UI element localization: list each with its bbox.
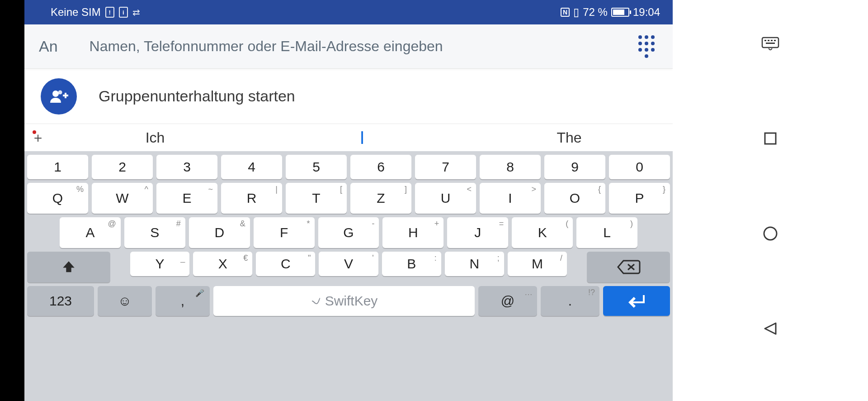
key-5[interactable]: 5	[286, 155, 347, 179]
key-6[interactable]: 6	[350, 155, 411, 179]
key-w[interactable]: W^	[92, 183, 153, 214]
key-secondary: )	[630, 219, 633, 229]
battery-icon	[611, 8, 629, 17]
key-p[interactable]: P}	[609, 183, 670, 214]
key-m[interactable]: M/	[508, 252, 567, 276]
qwerty-row-2: A@S#D&F*G-H+J=K(L)	[27, 217, 670, 248]
data-transfer-icon: ⇄	[132, 7, 140, 18]
suggestion-1[interactable]: Ich	[52, 129, 259, 146]
status-bar: Keine SIM ! i ⇄ N ▯ 72 % 19:04	[24, 0, 673, 24]
key-h[interactable]: H+	[382, 217, 443, 248]
key-i[interactable]: I>	[480, 183, 541, 214]
system-nav-sidebar	[673, 0, 868, 401]
key-b[interactable]: B:	[382, 252, 441, 276]
suggestion-3[interactable]: The	[466, 129, 673, 146]
key-4[interactable]: 4	[221, 155, 282, 179]
key-secondary: }	[663, 185, 665, 194]
enter-key[interactable]	[603, 286, 670, 316]
key-8[interactable]: 8	[480, 155, 541, 179]
key-secondary: *	[307, 219, 310, 229]
info-icon: i	[119, 7, 128, 18]
suggestion-2[interactable]: I	[259, 128, 466, 148]
at-key[interactable]: @ …	[478, 286, 537, 316]
key-y[interactable]: Y_	[130, 252, 189, 276]
symbols-key[interactable]: 123	[27, 286, 94, 316]
key-q[interactable]: Q%	[27, 183, 88, 214]
key-1[interactable]: 1	[27, 155, 88, 179]
key-l[interactable]: L)	[576, 217, 637, 248]
key-secondary: €	[243, 253, 248, 263]
key-f[interactable]: F*	[254, 217, 315, 248]
recipient-label: An	[39, 38, 58, 55]
key-x[interactable]: X€	[193, 252, 252, 276]
dialpad-icon	[638, 35, 655, 58]
key-e[interactable]: E~	[156, 183, 217, 214]
svg-rect-9	[766, 43, 775, 44]
suggestion-add-button[interactable]: ＋	[24, 129, 52, 147]
key-0[interactable]: 0	[609, 155, 670, 179]
key-secondary: %	[76, 185, 84, 194]
key-9[interactable]: 9	[544, 155, 605, 179]
nav-home-button[interactable]	[761, 224, 779, 243]
battery-percent: 72 %	[583, 6, 608, 19]
period-secondary: !?	[588, 288, 595, 297]
enter-icon	[627, 293, 646, 309]
key-r[interactable]: R|	[221, 183, 282, 214]
key-7[interactable]: 7	[415, 155, 476, 179]
comma-key[interactable]: , 🎤	[156, 286, 210, 316]
backspace-key[interactable]	[587, 252, 670, 282]
key-secondary: &	[240, 219, 245, 229]
key-secondary: {	[598, 185, 601, 194]
suggestion-strip: ＋ Ich I The	[24, 124, 673, 151]
emoji-key[interactable]: ☺	[98, 286, 152, 316]
at-label: @	[501, 293, 514, 309]
key-s[interactable]: S#	[124, 217, 185, 248]
dialpad-button[interactable]	[637, 37, 656, 57]
svg-point-11	[764, 227, 777, 240]
key-g[interactable]: G-	[318, 217, 379, 248]
key-v[interactable]: V'	[319, 252, 378, 276]
key-t[interactable]: T[	[286, 183, 347, 214]
at-secondary: …	[524, 288, 533, 297]
key-2[interactable]: 2	[92, 155, 153, 179]
key-n[interactable]: N;	[445, 252, 504, 276]
keyboard: 1234567890 Q%W^E~R|T[Z]U<I>O{P} A@S#D&F*…	[24, 151, 673, 401]
key-secondary: =	[499, 219, 504, 229]
key-d[interactable]: D&	[189, 217, 250, 248]
key-o[interactable]: O{	[544, 183, 605, 214]
key-secondary: >	[531, 185, 536, 194]
nav-recent-button[interactable]	[761, 129, 779, 148]
key-c[interactable]: C"	[256, 252, 315, 276]
start-group-conversation-row[interactable]: Gruppenunterhaltung starten	[24, 69, 673, 124]
key-secondary: <	[467, 185, 472, 194]
cursor-icon: I	[359, 128, 364, 148]
key-secondary: /	[560, 253, 562, 263]
key-a[interactable]: A@	[60, 217, 121, 248]
key-z[interactable]: Z]	[350, 183, 411, 214]
nav-back-button[interactable]	[761, 320, 779, 338]
key-secondary: @	[108, 219, 116, 229]
notification-dot-icon	[33, 130, 36, 134]
qwerty-row-3: Y_X€C"V'B:N;M/	[27, 252, 670, 282]
svg-rect-7	[771, 40, 773, 41]
comma-label: ,	[181, 293, 184, 309]
key-secondary: +	[434, 219, 439, 229]
sim-alert-icon: !	[105, 7, 114, 18]
key-u[interactable]: U<	[415, 183, 476, 214]
recipient-input[interactable]	[90, 38, 605, 55]
svg-rect-10	[765, 133, 776, 144]
key-secondary: #	[176, 219, 181, 229]
hide-keyboard-button[interactable]	[761, 34, 779, 53]
key-secondary: _	[180, 253, 185, 263]
key-j[interactable]: J=	[447, 217, 508, 248]
phone-frame: Keine SIM ! i ⇄ N ▯ 72 % 19:04 An	[24, 0, 673, 401]
key-k[interactable]: K(	[512, 217, 573, 248]
svg-rect-8	[774, 40, 776, 41]
mic-icon: 🎤	[195, 289, 204, 297]
svg-rect-6	[768, 40, 769, 41]
key-secondary: '	[372, 253, 373, 263]
space-key[interactable]: SwiftKey	[213, 286, 475, 316]
shift-key[interactable]	[27, 252, 110, 282]
key-3[interactable]: 3	[156, 155, 217, 179]
period-key[interactable]: . !?	[541, 286, 599, 316]
